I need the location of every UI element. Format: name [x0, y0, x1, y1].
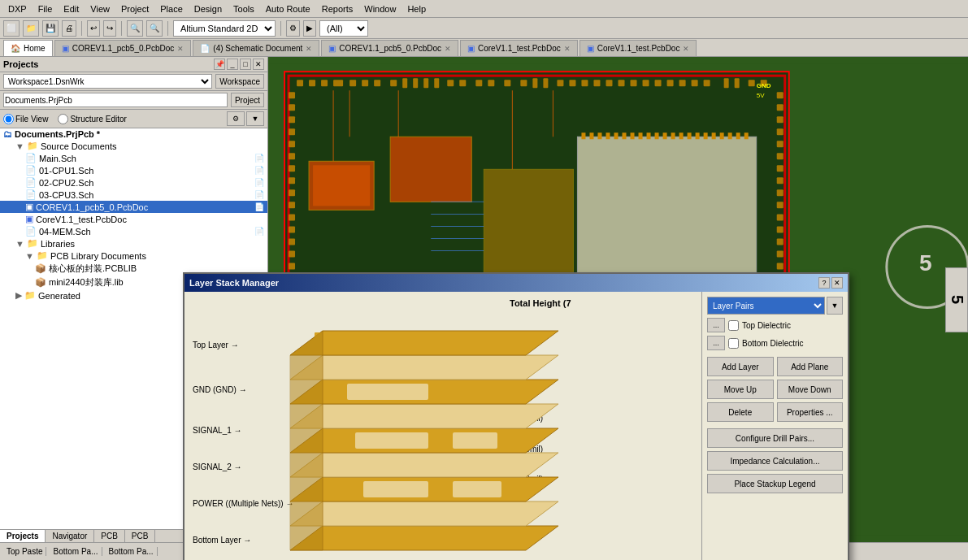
tab-close-1[interactable]: ✕ [177, 45, 184, 53]
tab-pcb1[interactable]: ▣ COREV1.1_pcb5_0.PcbDoc ✕ [54, 40, 192, 56]
menu-help[interactable]: Help [402, 2, 431, 15]
menu-window[interactable]: Window [359, 2, 401, 15]
tab-sch[interactable]: 📄 (4) Schematic Document ✕ [193, 40, 319, 56]
svg-rect-46 [289, 141, 295, 147]
menu-design[interactable]: Design [189, 2, 227, 15]
tree-cpu2[interactable]: 📄 02-CPU2.Sch 📄 [0, 176, 267, 189]
delete-btn[interactable]: Delete [707, 402, 774, 422]
bottom-tab-navigator[interactable]: Navigator [46, 530, 94, 542]
tree-mem[interactable]: 📄 04-MEM.Sch 📄 [0, 225, 267, 237]
structure-view-radio-input[interactable] [58, 114, 68, 124]
sch-icon-4: 📄 [25, 189, 37, 200]
tree-root[interactable]: 🗂 Documents.PrjPcb * [0, 128, 267, 140]
top-dielectric-checkbox[interactable] [728, 320, 739, 331]
tree-source-docs[interactable]: ▼ 📁 Source Documents [0, 140, 267, 152]
tree-pcb-lib-docs[interactable]: ▼ 📁 PCB Library Documents [0, 250, 267, 262]
lsm-dropdown-arrow[interactable]: ▼ [827, 297, 843, 315]
tab-pcb4[interactable]: ▣ CoreV1.1_test.PcbDoc ✕ [579, 40, 697, 56]
bottom-dielectric-row: ... Bottom Dielectric [707, 336, 843, 350]
toolbar-btn-1[interactable]: ⬜ [3, 20, 20, 37]
sidebar-pin-btn[interactable]: 📌 [214, 59, 225, 70]
menu-place[interactable]: Place [155, 2, 188, 15]
properties-btn[interactable]: Properties ... [777, 402, 844, 422]
add-plane-btn[interactable]: Add Plane [777, 357, 844, 376]
tab-close-4[interactable]: ✕ [564, 45, 571, 53]
layer-label-signal1: SIGNAL_1 → [193, 426, 242, 435]
impedance-calc-btn[interactable]: Impedance Calculation... [707, 451, 843, 471]
tree-cpu3[interactable]: 📄 03-CPU3.Sch 📄 [0, 189, 267, 201]
workspace-dropdown[interactable]: Workspace1.DsnWrk [3, 74, 212, 89]
tab-pcb2[interactable]: ▣ COREV1.1_pcb5_0.PcbDoc ✕ [321, 40, 458, 56]
lib-icon-2: 📦 [35, 277, 46, 288]
standard-dropdown[interactable]: Altium Standard 2D [173, 20, 276, 37]
tab-close-2[interactable]: ✕ [306, 45, 312, 53]
toolbar-separator-1 [81, 21, 82, 36]
workspace-button[interactable]: Workspace [215, 74, 264, 89]
tab-close-5[interactable]: ✕ [683, 45, 689, 53]
status-bottom-pa2: Bottom Pa... [106, 547, 158, 556]
view-icon-btn-1[interactable]: ⚙ [227, 111, 245, 126]
all-dropdown[interactable]: (All) [319, 20, 368, 37]
sidebar-maximize-btn[interactable]: □ [240, 59, 251, 70]
toolbar-btn-2[interactable]: 📁 [23, 20, 39, 37]
menu-project[interactable]: Project [116, 2, 154, 15]
add-layer-btn[interactable]: Add Layer [707, 357, 774, 376]
menu-edit[interactable]: Edit [59, 2, 84, 15]
view-icon-btn-2[interactable]: ▼ [246, 111, 264, 126]
right-panel-indicator[interactable]: 5 [945, 267, 968, 332]
pcb1-icon: ▣ [62, 44, 69, 53]
move-down-btn[interactable]: Move Down [777, 380, 844, 399]
top-dielectric-ellipsis-btn[interactable]: ... [707, 318, 725, 332]
svg-rect-56 [289, 263, 295, 269]
menu-file[interactable]: File [33, 2, 58, 15]
tab-pcb3[interactable]: ▣ CoreV1.1_test.PcbDoc ✕ [460, 40, 578, 56]
bottom-tab-pcb1[interactable]: PCB [94, 530, 125, 542]
menu-autoroute[interactable]: Auto Route [261, 2, 315, 15]
tree-corev-pcb[interactable]: ▣ COREV1.1_pcb5_0.PcbDoc 📄 [0, 201, 267, 213]
folder-icon-3: 📁 [37, 250, 48, 261]
file-view-radio[interactable]: File View [3, 114, 48, 124]
bottom-dielectric-ellipsis-btn[interactable]: ... [707, 336, 725, 350]
bottom-tab-projects[interactable]: Projects [0, 530, 46, 542]
menu-view[interactable]: View [85, 2, 115, 15]
project-input[interactable] [3, 93, 228, 107]
menu-reports[interactable]: Reports [317, 2, 358, 15]
menu-dxp[interactable]: DXP [3, 2, 32, 15]
menu-tools[interactable]: Tools [228, 2, 259, 15]
svg-rect-17 [475, 80, 482, 86]
tree-libraries[interactable]: ▼ 📁 Libraries [0, 237, 267, 250]
toolbar-btn-3[interactable]: 💾 [42, 20, 59, 37]
lsm-help-btn[interactable]: ? [818, 277, 830, 289]
configure-drill-btn[interactable]: Configure Drill Pairs... [707, 428, 843, 448]
sidebar-close-btn[interactable]: ✕ [253, 59, 264, 70]
tree-main-sch[interactable]: 📄 Main.Sch 📄 [0, 152, 267, 164]
place-stackup-btn[interactable]: Place Stackup Legend [707, 474, 843, 493]
toolbar-zoom-out[interactable]: 🔍 [146, 20, 163, 37]
svg-rect-14 [434, 78, 439, 88]
svg-rect-142 [363, 481, 428, 497]
expand-icon-4: ▶ [15, 290, 22, 301]
svg-marker-139 [290, 526, 558, 550]
sidebar-minimize-btn[interactable]: _ [227, 59, 238, 70]
project-button[interactable]: Project [231, 93, 264, 107]
toolbar-redo[interactable]: ↪ [103, 20, 116, 37]
toolbar-btn-misc1[interactable]: ⚙ [286, 20, 300, 37]
file-view-radio-input[interactable] [3, 114, 14, 124]
tab-close-3[interactable]: ✕ [445, 45, 451, 53]
svg-rect-63 [777, 116, 784, 123]
tab-home[interactable]: 🏠 Home [3, 40, 53, 56]
svg-rect-45 [289, 128, 295, 135]
toolbar-undo[interactable]: ↩ [87, 20, 100, 37]
bottom-dielectric-checkbox[interactable] [728, 338, 739, 349]
svg-rect-30 [643, 80, 649, 86]
toolbar-zoom-in[interactable]: 🔍 [127, 20, 143, 37]
tree-cpu1[interactable]: 📄 01-CPU1.Sch 📄 [0, 164, 267, 176]
toolbar-btn-4[interactable]: 🖨 [62, 20, 76, 37]
toolbar-btn-misc2[interactable]: ▶ [303, 20, 316, 37]
lsm-close-btn[interactable]: ✕ [831, 277, 843, 289]
move-up-btn[interactable]: Move Up [707, 380, 774, 399]
layer-pairs-dropdown[interactable]: Layer Pairs [707, 297, 825, 315]
tree-core-test[interactable]: ▣ CoreV1.1_test.PcbDoc [0, 213, 267, 225]
bottom-tab-pcb2[interactable]: PCB [125, 530, 156, 542]
structure-view-radio[interactable]: Structure Editor [58, 114, 126, 124]
